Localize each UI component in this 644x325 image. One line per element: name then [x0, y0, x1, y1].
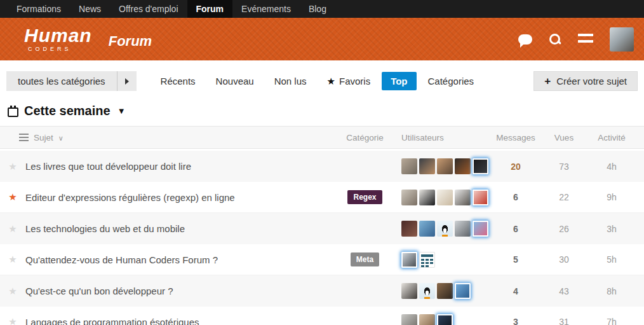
activity-age[interactable]: 5h [607, 254, 617, 265]
messages-count[interactable]: 3 [513, 317, 518, 325]
favorite-star-icon[interactable]: ★ [8, 223, 17, 235]
messages-count[interactable]: 4 [513, 286, 518, 296]
favorite-star-icon[interactable]: ★ [8, 254, 17, 265]
poster-avatar-penguin[interactable] [419, 283, 435, 299]
chevron-down-icon: ▼ [117, 106, 126, 116]
poster-avatar[interactable] [473, 158, 488, 174]
views-count: 30 [559, 254, 569, 265]
category-filter-caret[interactable] [117, 71, 137, 91]
topic-title[interactable]: Les livres que tout développeur doit lir… [25, 161, 191, 172]
poster-avatar[interactable] [401, 190, 417, 205]
activity-age[interactable]: 8h [607, 286, 617, 296]
topbar-item-formations[interactable]: Formations [8, 0, 70, 18]
poster-avatar[interactable] [473, 190, 488, 205]
poster-avatar[interactable] [419, 221, 435, 237]
site-topbar: Formations News Offres d'emploi Forum Ev… [0, 0, 644, 18]
posters-avatars [401, 221, 490, 237]
poster-avatar[interactable] [401, 158, 417, 174]
topic-title[interactable]: Les technologies du web et du mobile [25, 223, 185, 234]
poster-avatar-penguin[interactable] [437, 221, 453, 237]
messages-count[interactable]: 20 [511, 162, 521, 172]
brand-human-coders: Human CODERS [24, 26, 92, 52]
hamburger-menu-icon[interactable] [578, 34, 593, 45]
table-row: ★ Les livres que tout développeur doit l… [0, 151, 644, 182]
topbar-item-evenements[interactable]: Evénements [232, 0, 300, 18]
favorite-star-icon[interactable]: ★ [8, 316, 17, 325]
messages-count[interactable]: 6 [513, 192, 518, 202]
tab-nouveau[interactable]: Nouveau [207, 72, 263, 90]
poster-avatar[interactable] [419, 314, 435, 325]
create-topic-button[interactable]: + Créer votre sujet [533, 71, 638, 91]
poster-avatar[interactable] [473, 221, 488, 237]
poster-avatar[interactable] [437, 283, 453, 299]
category-filter-label: toutes les catégories [6, 71, 117, 91]
poster-avatar[interactable] [455, 158, 471, 174]
period-selector[interactable]: Cette semaine ▼ [0, 100, 644, 126]
user-avatar[interactable] [610, 27, 634, 52]
topic-title[interactable]: Editeur d'expressions régulières (regexp… [25, 192, 235, 203]
poster-avatar-grid-logo[interactable] [419, 252, 435, 268]
activity-age[interactable]: 4h [607, 162, 617, 172]
poster-avatar[interactable] [401, 314, 417, 325]
poster-avatar[interactable] [401, 221, 417, 237]
views-count: 43 [559, 286, 569, 296]
tab-favoris[interactable]: ★ Favoris [318, 72, 380, 91]
topic-title[interactable]: Langages de programmation ésotériques [25, 317, 199, 325]
topic-title[interactable]: Qu'attendez-vous de Human Coders Forum ? [25, 254, 218, 265]
poster-avatar[interactable] [419, 190, 435, 205]
star-icon: ★ [327, 76, 335, 87]
activity-age[interactable]: 9h [607, 192, 617, 202]
list-icon[interactable] [19, 134, 29, 141]
poster-avatar[interactable] [455, 221, 471, 237]
poster-avatar[interactable] [437, 190, 453, 205]
tab-categories[interactable]: Catégories [419, 72, 483, 90]
header-vues[interactable]: Vues [554, 133, 574, 142]
favorite-star-icon[interactable]: ★ [8, 191, 17, 203]
header-activite[interactable]: Activité [598, 133, 626, 142]
header-sujet[interactable]: Sujet [34, 133, 53, 142]
tab-favoris-label: Favoris [339, 76, 370, 86]
header-actions [518, 27, 634, 52]
favorite-star-icon[interactable]: ★ [8, 161, 17, 172]
caret-right-icon [125, 78, 129, 85]
poster-avatar[interactable] [455, 190, 471, 205]
search-icon[interactable] [549, 33, 561, 46]
category-filter-dropdown[interactable]: toutes les catégories [6, 71, 137, 91]
table-row: ★ Editeur d'expressions régulières (rege… [0, 182, 644, 213]
notifications-chat-icon[interactable] [518, 34, 532, 45]
poster-avatar[interactable] [401, 252, 417, 268]
chevron-down-icon: ∨ [58, 134, 64, 142]
poster-avatar[interactable] [437, 158, 453, 174]
header-utilisateurs[interactable]: Utilisateurs [401, 133, 444, 142]
topbar-item-blog[interactable]: Blog [300, 0, 335, 18]
topic-title[interactable]: Qu'est-ce qu'un bon développeur ? [25, 286, 173, 296]
poster-avatar[interactable] [455, 283, 471, 299]
brand-forum-label: Forum [109, 33, 152, 52]
poster-avatar[interactable] [401, 283, 417, 299]
activity-age[interactable]: 7h [607, 317, 617, 325]
category-badge[interactable]: Meta [351, 252, 379, 266]
views-count: 31 [559, 317, 569, 325]
messages-count[interactable]: 5 [513, 254, 518, 265]
activity-age[interactable]: 3h [607, 224, 617, 234]
poster-avatar[interactable] [419, 158, 435, 174]
header-categorie[interactable]: Catégorie [346, 133, 384, 142]
poster-avatar[interactable] [437, 314, 453, 325]
topic-filter-tabs: Récents Nouveau Non lus ★ Favoris Top Ca… [152, 72, 483, 91]
topbar-item-forum[interactable]: Forum [187, 0, 233, 18]
topbar-item-news[interactable]: News [70, 0, 110, 18]
tab-top[interactable]: Top [382, 72, 416, 90]
posters-avatars [401, 158, 490, 174]
table-row: ★ Qu'attendez-vous de Human Coders Forum… [0, 244, 644, 275]
views-count: 26 [559, 224, 569, 234]
table-row: ★ Les technologies du web et du mobile 6… [0, 213, 644, 244]
posters-avatars [401, 190, 490, 205]
favorite-star-icon[interactable]: ★ [8, 286, 17, 297]
header-messages[interactable]: Messages [496, 133, 535, 142]
topbar-item-offres-emploi[interactable]: Offres d'emploi [110, 0, 187, 18]
tab-non-lus[interactable]: Non lus [265, 72, 316, 90]
category-badge[interactable]: Regex [347, 190, 382, 204]
tab-recents[interactable]: Récents [152, 72, 205, 90]
messages-count[interactable]: 6 [513, 224, 518, 234]
brand-logo[interactable]: Human CODERS Forum [24, 26, 152, 52]
